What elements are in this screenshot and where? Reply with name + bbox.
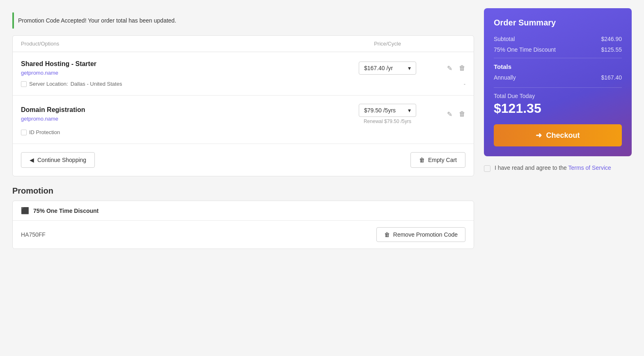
domain-price-col: $79.50 /5yrs ▾ Renewal $79.50 /5yrs: [342, 104, 433, 124]
shared-hosting-info: Shared Hosting - Starter getpromo.name: [21, 60, 342, 76]
cart-table: Product/Options Price/Cycle Shared Hosti…: [12, 35, 474, 176]
promo-banner-bar: [12, 12, 14, 29]
domain-id-protection: ID Protection: [21, 129, 465, 135]
continue-shopping-button[interactable]: ◀ Continue Shopping: [21, 152, 95, 168]
domain-info: Domain Registration getpromo.name: [21, 106, 342, 122]
promotion-section: Promotion ⬛ 75% One Time Discount HA750F…: [12, 186, 474, 249]
shared-hosting-delete-icon[interactable]: 🗑: [459, 64, 465, 72]
domain-renewal-note: Renewal $79.50 /5yrs: [364, 119, 411, 124]
promotion-card: ⬛ 75% One Time Discount HA750FF 🗑 Remove…: [12, 201, 474, 249]
subtotal-label: Subtotal: [494, 36, 515, 42]
cart-footer: ◀ Continue Shopping 🗑 Empty Cart: [13, 144, 474, 176]
totals-row: Totals: [494, 63, 622, 70]
promotion-section-title: Promotion: [12, 186, 474, 196]
summary-divider-2: [494, 87, 622, 88]
shared-hosting-dropdown-arrow: ▾: [408, 65, 411, 71]
annually-label: Annually: [494, 74, 516, 81]
subtotal-value: $246.90: [601, 36, 622, 42]
domain-title: Domain Registration: [21, 106, 342, 114]
domain-dropdown-arrow: ▾: [408, 107, 411, 114]
tos-link[interactable]: Terms of Service: [568, 164, 611, 171]
id-protection-checkbox: [21, 130, 27, 135]
promotion-discount-name: 75% One Time Discount: [33, 208, 99, 214]
server-location-label: Server Location:: [29, 81, 68, 87]
empty-cart-label: Empty Cart: [428, 157, 457, 163]
server-location-price: -: [464, 81, 465, 87]
remove-promotion-button[interactable]: 🗑 Remove Promotion Code: [376, 227, 465, 242]
cart-item-domain-registration: Domain Registration getpromo.name $79.50…: [13, 96, 474, 144]
shared-hosting-server-location: Server Location: Dallas - United States …: [21, 81, 465, 87]
promotion-header: ⬛ 75% One Time Discount: [13, 201, 474, 221]
col-price-header: Price/Cycle: [342, 41, 433, 47]
shared-hosting-price-value: $167.40 /yr: [364, 65, 393, 71]
domain-delete-icon[interactable]: 🗑: [459, 110, 465, 118]
total-due-label: Total Due Today: [494, 93, 622, 99]
shared-hosting-link[interactable]: getpromo.name: [21, 70, 58, 76]
main-content: Promotion Code Accepted! Your order tota…: [12, 8, 474, 259]
id-protection-label: ID Protection: [29, 129, 60, 135]
empty-cart-icon: 🗑: [419, 157, 425, 163]
annually-row: Annually $167.40: [494, 74, 622, 81]
summary-divider-1: [494, 58, 622, 58]
continue-shopping-label: Continue Shopping: [37, 157, 86, 163]
shared-hosting-price-dropdown[interactable]: $167.40 /yr ▾: [359, 62, 416, 75]
totals-label: Totals: [494, 63, 511, 70]
checkout-button[interactable]: ➜ Checkout: [494, 124, 622, 146]
server-location-checkbox: [21, 81, 27, 87]
shared-hosting-title: Shared Hosting - Starter: [21, 60, 342, 68]
promotion-code-row: HA750FF 🗑 Remove Promotion Code: [13, 221, 474, 249]
discount-label: 75% One Time Discount: [494, 46, 556, 53]
remove-promotion-label: Remove Promotion Code: [393, 231, 458, 238]
discount-value: $125.55: [601, 46, 622, 53]
tos-row: I have read and agree to the Terms of Se…: [484, 164, 632, 172]
domain-price-dropdown[interactable]: $79.50 /5yrs ▾: [359, 104, 416, 117]
cart-item-shared-hosting: Shared Hosting - Starter getpromo.name $…: [13, 52, 474, 96]
shared-hosting-edit-icon[interactable]: ✎: [447, 64, 452, 72]
server-location-value: Dallas - United States: [71, 81, 122, 87]
tos-checkbox[interactable]: [484, 165, 490, 172]
annually-value: $167.40: [601, 74, 622, 81]
domain-link[interactable]: getpromo.name: [21, 116, 58, 122]
promo-code-text: HA750FF: [21, 231, 46, 238]
checkout-label: Checkout: [546, 131, 580, 140]
total-due-amount: $121.35: [494, 101, 622, 116]
shared-hosting-actions: ✎ 🗑: [433, 64, 465, 72]
promo-banner: Promotion Code Accepted! Your order tota…: [12, 8, 474, 35]
domain-price-value: $79.50 /5yrs: [364, 107, 396, 114]
cart-table-header: Product/Options Price/Cycle: [13, 36, 474, 52]
col-product-header: Product/Options: [21, 41, 342, 47]
continue-shopping-icon: ◀: [30, 157, 34, 163]
shared-hosting-price-col: $167.40 /yr ▾: [342, 62, 433, 75]
domain-edit-icon[interactable]: ✎: [447, 110, 452, 118]
order-summary-card: Order Summary Subtotal $246.90 75% One T…: [484, 8, 632, 156]
domain-actions: ✎ 🗑: [433, 110, 465, 118]
order-summary-sidebar: Order Summary Subtotal $246.90 75% One T…: [484, 8, 632, 259]
promo-tag-icon: ⬛: [21, 207, 29, 215]
promo-banner-message: Promotion Code Accepted! Your order tota…: [18, 17, 176, 24]
subtotal-row: Subtotal $246.90: [494, 36, 622, 42]
tos-text: I have read and agree to the Terms of Se…: [495, 164, 611, 171]
discount-row: 75% One Time Discount $125.55: [494, 46, 622, 53]
remove-promotion-icon: 🗑: [384, 231, 390, 238]
order-summary-title: Order Summary: [494, 18, 622, 27]
empty-cart-button[interactable]: 🗑 Empty Cart: [410, 152, 465, 168]
checkout-arrow-icon: ➜: [536, 131, 542, 140]
